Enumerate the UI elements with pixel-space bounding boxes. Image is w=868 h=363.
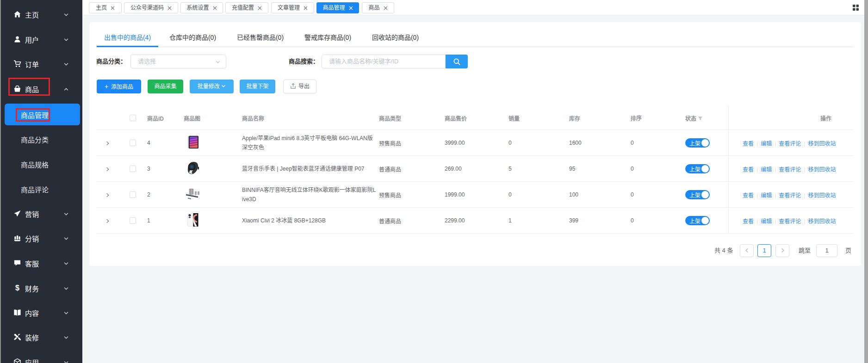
svg-text:$: $ [15,284,19,292]
